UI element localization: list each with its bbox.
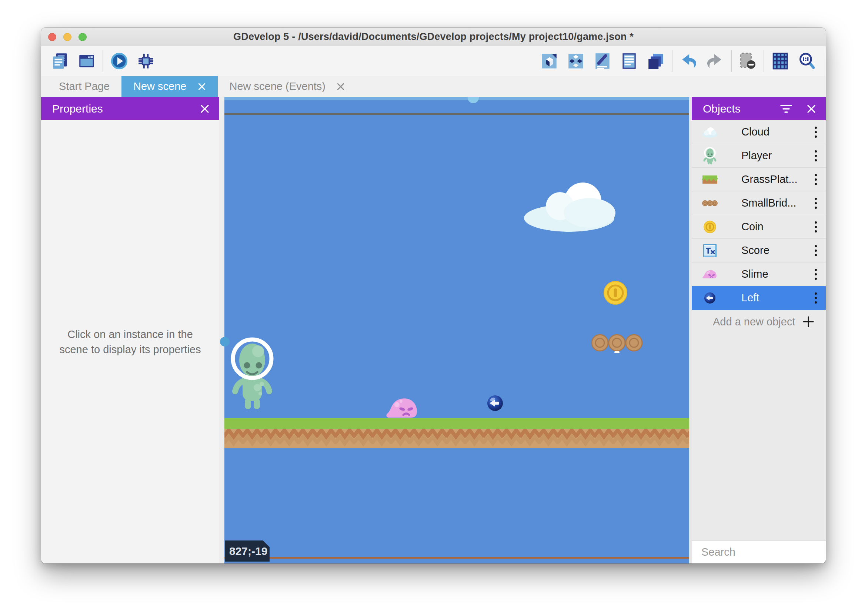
add-new-object-label: Add a new object	[713, 316, 802, 328]
toolbar-separator	[672, 50, 673, 72]
object-row-score[interactable]: Score	[692, 239, 826, 262]
close-panel-icon[interactable]	[200, 104, 209, 114]
add-object-icon[interactable]	[540, 52, 558, 70]
object-row-coin[interactable]: Coin	[692, 215, 826, 239]
left-button-object-icon	[701, 289, 719, 307]
cursor-coordinates: 827;-19	[225, 541, 270, 562]
properties-empty-message: Click on an instance in the scene to dis…	[54, 327, 206, 357]
object-menu-icon[interactable]	[815, 291, 817, 305]
player-instance[interactable]	[226, 330, 278, 409]
zoom-1-1-icon[interactable]	[798, 52, 816, 70]
cloud-instance[interactable]	[523, 179, 618, 232]
tab-new-scene-events[interactable]: New scene (Events)	[218, 76, 357, 97]
edit-scene-icon[interactable]	[593, 52, 612, 70]
close-tab-icon[interactable]	[198, 83, 206, 91]
object-label: Score	[741, 244, 815, 256]
toolbar-separator	[764, 50, 764, 72]
titlebar: GDevelop 5 - /Users/david/Documents/GDev…	[41, 28, 826, 46]
object-menu-icon[interactable]	[815, 149, 817, 162]
tab-bar: Start Page New scene New scene (Events)	[41, 76, 826, 97]
play-icon[interactable]	[110, 52, 129, 70]
objects-panel: Objects Cloud Player	[692, 97, 826, 563]
object-row-smallbridge[interactable]: SmallBrid...	[692, 192, 826, 215]
tab-new-scene[interactable]: New scene	[121, 76, 217, 97]
filter-icon[interactable]	[780, 104, 793, 114]
slime-object-icon	[701, 266, 719, 283]
scene-handle-icon[interactable]	[468, 97, 479, 103]
object-row-cloud[interactable]: Cloud	[692, 120, 826, 144]
scene-canvas[interactable]: 827;-19	[225, 97, 689, 563]
objects-panel-title: Objects	[703, 102, 741, 115]
objects-list-icon[interactable]	[566, 52, 585, 70]
left-button-instance[interactable]	[487, 395, 503, 411]
grid-icon[interactable]	[771, 52, 789, 70]
close-tab-icon[interactable]	[337, 83, 345, 91]
scene-window-icon[interactable]	[77, 52, 96, 70]
slime-instance[interactable]	[386, 394, 419, 418]
undo-icon[interactable]	[679, 52, 698, 70]
grass-platform-instance[interactable]	[225, 418, 689, 448]
panel-resize-handle[interactable]	[219, 97, 225, 563]
gdevelop-window: GDevelop 5 - /Users/david/Documents/GDev…	[41, 28, 826, 563]
object-row-grassplatform[interactable]: GrassPlat...	[692, 168, 826, 192]
search-input[interactable]	[692, 546, 826, 558]
debug-icon[interactable]	[137, 52, 155, 70]
layers-icon[interactable]	[646, 52, 665, 70]
object-label: Player	[741, 149, 815, 162]
small-bridge-instance[interactable]	[590, 334, 643, 353]
scene-properties-icon[interactable]	[620, 52, 638, 70]
scene-border-line-top	[225, 113, 689, 115]
object-label: SmallBrid...	[741, 197, 815, 209]
main-toolbar	[41, 46, 826, 76]
object-label: Left	[741, 292, 815, 304]
panel-gutter	[689, 97, 692, 563]
object-menu-icon[interactable]	[815, 268, 817, 281]
object-menu-icon[interactable]	[815, 196, 817, 210]
add-new-object-button[interactable]: Add a new object	[692, 310, 826, 333]
object-row-player[interactable]: Player	[692, 144, 826, 168]
object-row-left[interactable]: Left	[692, 286, 826, 310]
window-title: GDevelop 5 - /Users/david/Documents/GDev…	[41, 31, 826, 42]
scene-border-line-bottom	[225, 557, 689, 559]
object-menu-icon[interactable]	[815, 126, 817, 139]
properties-panel-title: Properties	[52, 102, 103, 115]
redo-icon[interactable]	[706, 52, 724, 70]
toolbar-separator	[731, 50, 732, 72]
tab-label: New scene	[133, 80, 186, 93]
objects-panel-empty-area	[692, 333, 826, 541]
object-label: Slime	[741, 268, 815, 280]
small-bridge-object-icon	[701, 194, 719, 212]
object-label: Cloud	[741, 126, 815, 138]
object-menu-icon[interactable]	[815, 173, 817, 186]
objects-search	[692, 541, 826, 563]
toolbar-separator	[102, 50, 103, 72]
grass-platform-object-icon	[701, 171, 719, 189]
tab-start-page[interactable]: Start Page	[47, 76, 121, 97]
object-label: GrassPlat...	[741, 173, 815, 185]
coin-instance[interactable]	[603, 281, 628, 305]
cloud-object-icon	[701, 123, 719, 141]
coin-object-icon	[701, 218, 719, 236]
object-row-slime[interactable]: Slime	[692, 262, 826, 286]
object-menu-icon[interactable]	[815, 244, 817, 257]
tab-label: New scene (Events)	[230, 80, 326, 93]
properties-panel: Properties Click on an instance in the s…	[41, 97, 219, 563]
mask-toggle-icon[interactable]	[738, 52, 757, 70]
tab-label: Start Page	[59, 80, 110, 93]
resize-dot-icon[interactable]	[220, 337, 230, 347]
project-manager-icon[interactable]	[51, 52, 69, 70]
object-label: Coin	[741, 221, 815, 233]
close-panel-icon[interactable]	[807, 104, 816, 114]
player-object-icon	[701, 147, 719, 165]
score-text-object-icon	[701, 242, 719, 259]
plus-icon	[802, 316, 815, 328]
scene-top-strip	[225, 97, 689, 100]
object-menu-icon[interactable]	[815, 220, 817, 234]
